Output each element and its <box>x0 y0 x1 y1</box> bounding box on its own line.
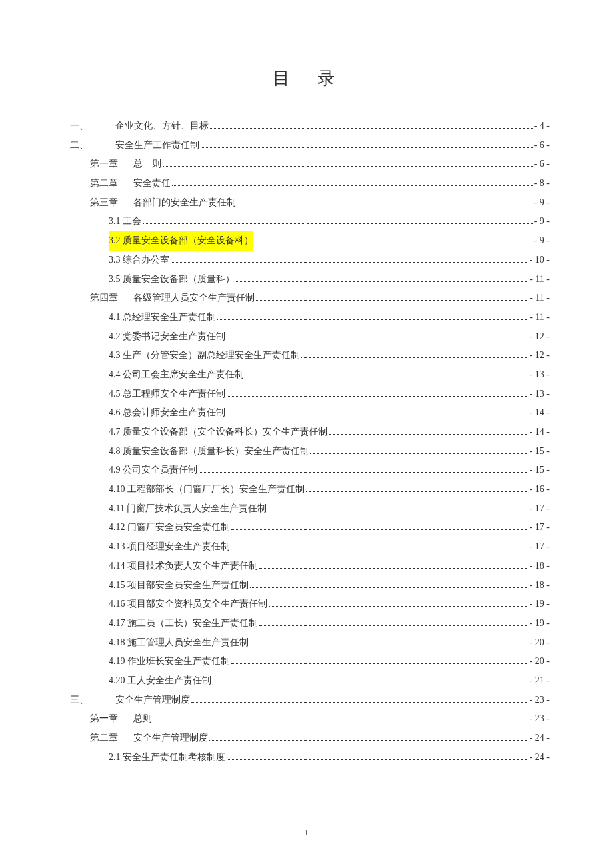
toc-list: 一、企业文化、方针、目标- 4 -二、安全生产工作责任制- 6 -第一章总 则-… <box>70 117 550 767</box>
toc-entry-page: - 12 - <box>530 346 550 365</box>
toc-entry[interactable]: 4.4 公司工会主席安全生产责任制- 13 - <box>70 365 550 385</box>
toc-leader-dots <box>329 434 528 435</box>
toc-leader-dots <box>237 205 533 205</box>
toc-entry-page: - 14 - <box>530 403 550 423</box>
toc-entry[interactable]: 4.16 项目部安全资料员安全生产责任制- 19 - <box>70 595 550 614</box>
toc-entry[interactable]: 4.17 施工员（工长）安全生产责任制- 19 - <box>70 614 550 633</box>
toc-entry[interactable]: 第一章总 则- 6 - <box>70 155 550 174</box>
toc-entry-label: 4.17 施工员（工长）安全生产责任制 <box>109 614 258 633</box>
page-number: - 1 - <box>0 827 613 838</box>
toc-entry-prefix: 三、 <box>70 691 115 710</box>
toc-leader-dots <box>269 606 528 607</box>
toc-leader-dots <box>163 166 533 167</box>
toc-entry-page: - 19 - <box>530 595 550 614</box>
toc-entry-prefix: 第一章 <box>90 155 133 174</box>
toc-entry-page: - 13 - <box>530 385 550 404</box>
toc-leader-dots <box>191 702 528 703</box>
toc-entry-label: 3.1 工会 <box>109 212 141 231</box>
toc-entry[interactable]: 4.10 工程部部长（门窗厂厂长）安全生产责任制- 16 - <box>70 480 550 499</box>
toc-entry-page: - 20 - <box>530 652 550 671</box>
toc-leader-dots <box>236 281 528 282</box>
toc-leader-dots <box>209 740 528 741</box>
toc-entry[interactable]: 4.14 项目技术负责人安全生产责任制- 18 - <box>70 557 550 576</box>
toc-entry[interactable]: 第三章各部门的安全生产责任制- 9 - <box>70 193 550 213</box>
toc-entry[interactable]: 3.5 质量安全设备部（质量科）- 11 - <box>70 270 550 289</box>
toc-entry-page: - 11 - <box>530 308 550 327</box>
toc-entry-label: 4.15 项目部安全员安全生产责任制 <box>109 576 249 595</box>
toc-leader-dots <box>171 262 528 263</box>
toc-entry-page: - 9 - <box>534 231 550 251</box>
toc-entry-page: - 12 - <box>530 327 550 347</box>
toc-entry[interactable]: 4.1 总经理安全生产责任制- 11 - <box>70 308 550 327</box>
toc-entry-label: 安全责任 <box>133 174 171 193</box>
toc-entry[interactable]: 3.1 工会- 9 - <box>70 212 550 231</box>
toc-leader-dots <box>227 396 528 397</box>
toc-entry-page: - 8 - <box>534 174 550 193</box>
toc-entry[interactable]: 4.12 门窗厂安全员安全责任制- 17 - <box>70 518 550 537</box>
toc-leader-dots <box>231 529 528 530</box>
toc-leader-dots <box>227 339 528 339</box>
toc-entry-label: 4.18 施工管理人员安全生产责任制 <box>109 633 249 653</box>
toc-leader-dots <box>213 683 528 683</box>
toc-leader-dots <box>250 645 528 645</box>
toc-leader-dots <box>306 491 528 492</box>
toc-entry[interactable]: 4.9 公司安全员责任制- 15 - <box>70 461 550 480</box>
toc-entry-label: 4.10 工程部部长（门窗厂厂长）安全生产责任制 <box>109 480 305 499</box>
toc-entry[interactable]: 4.19 作业班长安全生产责任制- 20 - <box>70 652 550 671</box>
toc-entry-page: - 13 - <box>530 365 550 385</box>
toc-entry-page: - 9 - <box>534 193 550 213</box>
toc-leader-dots <box>227 415 528 415</box>
toc-entry-prefix: 第三章 <box>90 193 133 213</box>
toc-entry[interactable]: 4.3 生产（分管安全）副总经理安全生产责任制- 12 - <box>70 346 550 365</box>
toc-leader-dots <box>210 128 533 129</box>
toc-entry[interactable]: 4.2 党委书记安全生产责任制- 12 - <box>70 327 550 347</box>
toc-entry-prefix: 第四章 <box>90 289 133 308</box>
toc-entry[interactable]: 第二章安全责任- 8 - <box>70 174 550 193</box>
toc-entry-page: - 6 - <box>534 155 550 174</box>
toc-leader-dots <box>143 223 533 224</box>
toc-leader-dots <box>217 319 528 320</box>
toc-entry[interactable]: 4.7 质量安全设备部（安全设备科长）安全生产责任制- 14 - <box>70 423 550 442</box>
toc-entry[interactable]: 第二章安全生产管理制度- 24 - <box>70 729 550 748</box>
toc-entry-label: 4.12 门窗厂安全员安全责任制 <box>109 518 230 537</box>
toc-entry[interactable]: 4.11 门窗厂技术负责人安全生产责任制- 17 - <box>70 499 550 519</box>
toc-entry-label: 4.6 总会计师安全生产责任制 <box>109 403 225 423</box>
toc-leader-dots <box>201 147 533 148</box>
toc-entry-label: 安全生产管理制度 <box>133 729 208 748</box>
toc-entry-label: 总 则 <box>133 155 161 174</box>
toc-entry[interactable]: 2.1 安全生产责任制考核制度- 24 - <box>70 748 550 767</box>
toc-entry[interactable]: 4.8 质量安全设备部（质量科长）安全生产责任制- 15 - <box>70 442 550 461</box>
toc-leader-dots <box>231 663 528 664</box>
toc-entry-label: 4.5 总工程师安全生产责任制 <box>109 385 225 404</box>
toc-entry[interactable]: 4.13 项目经理安全生产责任制- 17 - <box>70 537 550 557</box>
toc-entry-label: 4.2 党委书记安全生产责任制 <box>109 327 225 347</box>
toc-title: 目 录 <box>70 67 550 90</box>
toc-leader-dots <box>268 511 528 511</box>
toc-entry-page: - 16 - <box>530 480 550 499</box>
toc-leader-dots <box>153 721 528 721</box>
toc-entry-page: - 14 - <box>530 423 550 442</box>
toc-entry-label: 4.4 公司工会主席安全生产责任制 <box>109 365 244 385</box>
toc-entry[interactable]: 一、企业文化、方针、目标- 4 - <box>70 117 550 136</box>
toc-entry[interactable]: 二、安全生产工作责任制- 6 - <box>70 136 550 155</box>
toc-entry-prefix: 一、 <box>70 117 115 136</box>
toc-entry-label: 4.13 项目经理安全生产责任制 <box>109 537 230 557</box>
toc-entry-label: 总则 <box>133 709 152 729</box>
toc-entry[interactable]: 4.5 总工程师安全生产责任制- 13 - <box>70 385 550 404</box>
toc-entry-page: - 17 - <box>530 518 550 537</box>
toc-entry[interactable]: 3.3 综合办公室- 10 - <box>70 251 550 270</box>
toc-entry-label: 4.7 质量安全设备部（安全设备科长）安全生产责任制 <box>109 423 328 442</box>
toc-entry[interactable]: 4.18 施工管理人员安全生产责任制- 20 - <box>70 633 550 653</box>
toc-entry[interactable]: 第一章总则- 23 - <box>70 709 550 729</box>
toc-leader-dots <box>245 377 528 377</box>
toc-entry[interactable]: 第四章各级管理人员安全生产责任制- 11 - <box>70 289 550 308</box>
toc-entry-page: - 18 - <box>530 576 550 595</box>
toc-entry[interactable]: 4.20 工人安全生产责任制- 21 - <box>70 671 550 691</box>
toc-entry-label: 3.3 综合办公室 <box>109 251 169 270</box>
toc-entry[interactable]: 4.6 总会计师安全生产责任制- 14 - <box>70 403 550 423</box>
toc-entry[interactable]: 3.2 质量安全设备部（安全设备科）- 9 - <box>70 231 550 251</box>
toc-entry[interactable]: 4.15 项目部安全员安全生产责任制- 18 - <box>70 576 550 595</box>
toc-entry-label: 4.9 公司安全员责任制 <box>109 461 197 480</box>
toc-entry-page: - 4 - <box>534 117 550 136</box>
toc-entry[interactable]: 三、安全生产管理制度- 23 - <box>70 691 550 710</box>
